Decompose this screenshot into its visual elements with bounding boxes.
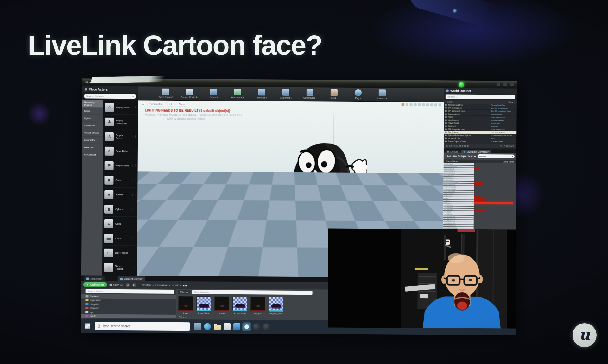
asset-item[interactable]: mth_pas [250,297,265,314]
toolbar-button[interactable]: Source Control ▾ [180,89,200,99]
menu-item[interactable]: File [86,81,90,84]
taskbar-app-icon[interactable] [224,323,231,330]
asset-item[interactable]: L_pas_Sprite [196,296,211,314]
visibility-eye-icon[interactable] [445,128,447,130]
move-icon[interactable] [410,103,413,106]
close-icon[interactable] [510,83,514,86]
toolbar-button[interactable]: Build ▾ [324,89,344,99]
place-actor-category[interactable]: Volumes [82,144,103,151]
place-actor-category[interactable]: Lights [82,114,103,122]
drag-handle[interactable]: ⋮⋮ [131,164,138,167]
place-actor-category[interactable]: All Classes [82,151,103,158]
toolbar-button[interactable]: Launch ▾ [372,89,392,100]
rotate-icon[interactable] [414,103,417,106]
transform-icon[interactable] [402,103,404,106]
view-options-button[interactable]: View Options [500,145,514,147]
filters-button[interactable]: Filters ▾ [178,290,190,294]
taskbar-app-icon[interactable] [204,323,211,330]
drag-handle[interactable]: ⋮⋮ [131,120,138,123]
drag-handle[interactable]: ⋮⋮ [131,208,137,211]
place-actor-item[interactable]: ▬ Plane ⋮⋮ [102,231,137,246]
place-actor-item[interactable]: ◇ Empty Actor ⋮⋮ [103,100,138,115]
visibility-eye-icon[interactable] [445,110,447,112]
place-actor-item[interactable]: ◌ Sphere Trigger ⋮⋮ [102,260,137,275]
visibility-eye-icon[interactable] [445,125,447,127]
back-button[interactable]: ◀ [125,283,130,287]
asset-item[interactable]: M_pas_Sprite [232,297,247,314]
asset-search-input[interactable]: Search Assets [192,290,313,295]
taskbar-app-icon[interactable] [253,323,260,330]
taskbar-app-icon[interactable] [194,323,201,330]
scale-snap-icon[interactable] [430,103,433,106]
breadcrumb-segment[interactable]: Content [142,283,154,287]
drag-handle[interactable]: ⋮⋮ [132,106,138,109]
viewport-control[interactable]: Show [176,102,188,106]
rotation-snap-icon[interactable] [426,103,429,106]
visibility-eye-icon[interactable] [445,119,447,121]
asset-item[interactable]: L_pas [178,296,193,314]
add-import-button[interactable]: ＋ Add/Import [83,282,107,287]
place-actor-category[interactable]: Visual Effects [82,129,103,136]
camera-speed-icon[interactable] [434,103,437,106]
clear-search-icon[interactable]: ✕ [132,95,134,98]
bottom-tab[interactable]: Sequencer [84,276,105,281]
forward-button[interactable]: ▶ [132,283,136,287]
visibility-eye-icon[interactable] [445,138,447,139]
drag-handle[interactable]: ⋮⋮ [131,135,138,138]
toolbar-button[interactable]: Blueprints ▾ [276,89,296,99]
outliner-row[interactable]: SceneCaptureCube SceneCapture [444,140,516,144]
drag-handle[interactable]: ⋮⋮ [131,237,137,240]
place-actor-item[interactable]: ● Sphere ⋮⋮ [103,188,137,202]
place-actor-item[interactable]: ■ Cube ⋮⋮ [103,173,137,188]
place-actor-item[interactable]: ♟ Empty Character ⋮⋮ [103,115,138,130]
taskbar-app-icon[interactable] [263,323,270,330]
place-actor-category[interactable]: Basic [82,107,103,114]
folder-row[interactable]: mouth [81,314,176,318]
viewport-control[interactable]: Perspective [147,102,166,106]
breadcrumb-segment[interactable]: mouth [172,283,181,287]
subject-dropdown[interactable]: iPhone ▾ [478,154,515,158]
toolbar-button[interactable]: Settings ▾ [252,89,272,99]
taskbar-app-icon[interactable] [233,323,240,330]
place-actors-search-input[interactable]: Search Classes ✕ [84,94,136,99]
toolbar-button[interactable]: Save Current [156,88,175,98]
viewport-control[interactable]: Lit [167,102,175,106]
visibility-eye-icon[interactable] [445,113,447,115]
place-actor-category[interactable]: Geometry [82,136,103,144]
minimize-icon[interactable] [497,83,500,86]
drag-handle[interactable]: ⋮⋮ [131,150,138,152]
save-all-button[interactable]: Save All [110,283,123,286]
place-actor-item[interactable]: ♙ Empty Pawn ⋮⋮ [103,129,138,144]
visibility-eye-icon[interactable] [445,132,447,133]
viewport-menu-icon[interactable]: ☰ [141,102,146,106]
place-actor-item[interactable]: ▲ Cone ⋮⋮ [103,217,137,231]
grid-snap-icon[interactable] [422,103,425,106]
visibility-eye-icon[interactable] [445,122,447,124]
drag-handle[interactable]: ⋮⋮ [131,222,137,225]
maximize-icon[interactable] [504,83,507,86]
folder-search-input[interactable]: Search Folders [86,289,174,293]
toolbar-button[interactable]: Cinematics ▾ [300,89,320,99]
place-actor-category[interactable]: Recently Placed [82,100,103,107]
breadcrumb-segment[interactable]: expression [155,283,171,287]
asset-item[interactable]: M_pas [214,297,229,314]
select-icon[interactable] [406,103,408,106]
visibility-eye-icon[interactable] [445,107,447,109]
breadcrumb-segment[interactable]: eye [183,284,187,287]
place-actor-item[interactable]: ⚑ Player Start ⋮⋮ [103,158,138,173]
bottom-tab[interactable]: Content Browser [117,276,145,281]
place-actor-item[interactable]: ▮ Cylinder ⋮⋮ [103,202,137,217]
start-button-icon[interactable] [85,323,90,329]
visibility-eye-icon[interactable] [445,116,447,118]
place-actor-item[interactable]: □ Box Trigger ⋮⋮ [102,246,137,261]
toolbar-button[interactable]: Play ▾ [348,89,368,99]
toolbar-button[interactable]: Content [204,89,224,99]
visibility-eye-icon[interactable] [445,104,447,106]
scale-icon[interactable] [418,103,421,106]
drag-handle[interactable]: ⋮⋮ [131,179,137,182]
place-actor-category[interactable]: Cinematic [82,122,103,129]
taskbar-app-icon[interactable] [243,323,250,330]
taskbar-search-input[interactable]: Type here to search [95,322,190,331]
taskbar-app-icon[interactable] [214,323,221,330]
asset-item[interactable]: mth_pas_Sprite [268,297,283,314]
